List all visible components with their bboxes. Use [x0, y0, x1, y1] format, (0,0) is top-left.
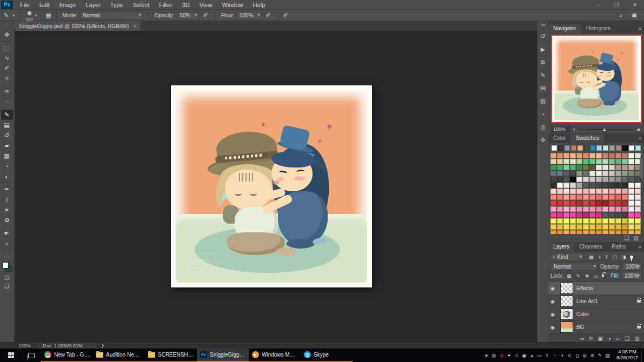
color-swatch[interactable] [557, 177, 563, 182]
task-view-button[interactable] [22, 348, 41, 362]
timeline-panel-icon[interactable]: ◔ [537, 108, 549, 120]
color-swatch[interactable] [550, 212, 556, 218]
color-swatch[interactable] [615, 195, 621, 200]
color-swatch[interactable] [570, 165, 576, 170]
layer-style-icon[interactable]: fx [589, 336, 593, 341]
zoom-out-icon[interactable]: ▴ [573, 127, 575, 131]
color-swatch[interactable] [615, 153, 621, 158]
color-swatch[interactable] [550, 153, 556, 158]
color-swatch[interactable] [563, 177, 569, 182]
color-swatch[interactable] [609, 206, 615, 212]
menu-item-view[interactable]: View [195, 1, 217, 9]
color-swatch[interactable] [596, 212, 602, 218]
color-swatch[interactable] [589, 200, 595, 206]
navigator-zoom-field[interactable]: 100% [551, 126, 570, 132]
color-swatch[interactable] [570, 200, 576, 206]
layer-thumbnail[interactable] [560, 283, 573, 294]
color-swatch[interactable] [628, 183, 634, 188]
color-swatch[interactable] [570, 195, 576, 200]
tab-histogram[interactable]: Histogram [581, 24, 616, 33]
brush-tool[interactable]: ✎ [1, 110, 13, 120]
color-swatch[interactable] [557, 218, 563, 224]
color-swatch[interactable] [557, 183, 563, 188]
color-swatch[interactable] [589, 171, 595, 176]
color-swatch[interactable] [583, 230, 589, 234]
brush-preset-picker[interactable]: 137 [24, 10, 35, 22]
document-size-info[interactable]: Doc: 1.03M/9.61M [36, 343, 97, 348]
recent-swatch[interactable] [629, 145, 634, 151]
tray-volume-icon[interactable]: ◖ [559, 353, 566, 358]
recent-swatch[interactable] [558, 145, 563, 151]
menu-item-help[interactable]: Help [248, 1, 270, 9]
color-swatch[interactable] [609, 224, 615, 230]
tray-network-icon[interactable]: ≋ [589, 353, 596, 358]
color-swatch[interactable] [622, 224, 628, 230]
color-swatch[interactable] [589, 177, 595, 182]
color-swatch[interactable] [622, 171, 628, 176]
color-swatch[interactable] [583, 165, 589, 170]
color-swatch[interactable] [570, 224, 576, 230]
layer-visibility-icon[interactable]: ◉ [550, 286, 557, 291]
tray-app-icon[interactable]: ◔ [551, 353, 558, 358]
color-swatch[interactable] [576, 195, 582, 200]
filter-type-layers-icon[interactable]: T [604, 254, 609, 260]
tab-layers[interactable]: Layers [548, 243, 574, 252]
layer-mask-icon[interactable]: ▣ [597, 336, 602, 341]
color-swatch[interactable] [550, 224, 556, 230]
panel-menu-icon[interactable]: ≡ [636, 243, 644, 252]
color-swatch[interactable] [550, 165, 556, 170]
color-swatch[interactable] [602, 177, 608, 182]
color-swatch[interactable] [563, 165, 569, 170]
color-swatch[interactable] [628, 212, 634, 218]
swatches-scrollbar[interactable]: ▲ [639, 152, 643, 234]
color-swatch[interactable] [596, 153, 602, 158]
recent-swatch[interactable] [609, 145, 615, 151]
pen-tool[interactable]: ✒ [1, 184, 13, 195]
color-swatch[interactable] [622, 230, 628, 234]
show-desktop-button[interactable] [641, 348, 644, 362]
color-swatch[interactable] [615, 183, 621, 188]
color-swatch[interactable] [628, 206, 634, 212]
color-swatch[interactable] [550, 171, 556, 176]
color-swatch[interactable] [596, 230, 602, 234]
color-swatch[interactable] [563, 224, 569, 230]
color-swatch[interactable] [628, 177, 634, 182]
search-icon[interactable]: ⌕ [618, 12, 624, 19]
fill-dropdown[interactable]: 100% [621, 272, 642, 280]
color-swatch[interactable] [570, 218, 576, 224]
color-swatch[interactable] [596, 200, 602, 206]
new-layer-icon[interactable]: ❏ [625, 336, 630, 341]
shape-tool[interactable]: ✿ [1, 215, 13, 225]
panel-menu-icon[interactable]: ≡ [636, 24, 644, 33]
color-swatch[interactable] [550, 195, 556, 200]
zoom-in-icon[interactable]: ▲ [636, 126, 641, 132]
lock-paint-icon[interactable]: ✎ [575, 273, 581, 279]
tray-monitor-icon[interactable]: ▭ [536, 353, 543, 358]
color-swatch[interactable] [609, 230, 615, 234]
workspace-switcher-icon[interactable]: ▣ [630, 12, 639, 19]
tray-do-not-disturb-icon[interactable]: ⊘ [498, 353, 505, 358]
color-swatch[interactable] [609, 212, 615, 218]
recent-swatch[interactable] [584, 145, 589, 151]
color-swatch[interactable] [563, 159, 569, 164]
color-swatch[interactable] [570, 177, 576, 182]
color-swatch[interactable] [563, 230, 569, 234]
healing-brush-tool[interactable]: ⌒ [1, 99, 13, 110]
color-swatch[interactable] [576, 183, 582, 188]
color-swatch[interactable] [615, 165, 621, 170]
color-swatch[interactable] [622, 200, 628, 206]
adjustment-layer-icon[interactable]: ◑ [608, 336, 611, 341]
color-swatch[interactable] [570, 206, 576, 212]
recent-swatch[interactable] [565, 145, 570, 151]
color-swatch[interactable] [602, 224, 608, 230]
delete-layer-icon[interactable]: ▥ [635, 336, 640, 341]
color-swatch[interactable] [602, 189, 608, 194]
color-swatch[interactable] [583, 195, 589, 200]
color-swatch[interactable] [557, 230, 563, 234]
recent-swatch[interactable] [571, 145, 576, 151]
color-swatch[interactable] [609, 195, 615, 200]
hand-tool[interactable]: ☛ [1, 228, 13, 238]
color-swatch[interactable] [583, 171, 589, 176]
filter-shape-layers-icon[interactable]: ▢ [611, 254, 618, 260]
tool-preset-picker[interactable]: ✎ ▾ [0, 12, 17, 19]
